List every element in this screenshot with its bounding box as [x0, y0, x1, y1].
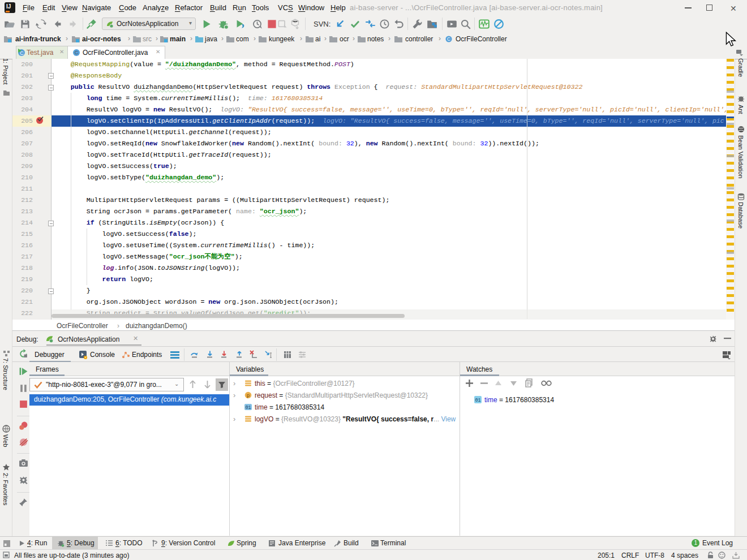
svg-text:C: C: [20, 50, 24, 56]
svg-text:01: 01: [475, 398, 480, 403]
svg-text:01: 01: [245, 405, 251, 411]
svg-text:C: C: [447, 37, 450, 42]
svg-text:p: p: [247, 393, 250, 398]
svg-text:C: C: [75, 50, 79, 55]
